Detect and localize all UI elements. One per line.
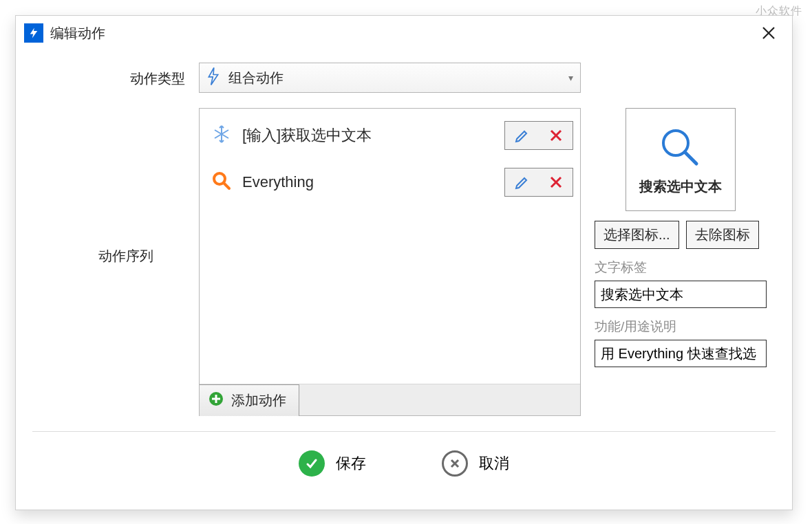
add-action-label: 添加动作 bbox=[231, 391, 286, 410]
snowflake-icon bbox=[211, 123, 233, 149]
dialog-title: 编辑动作 bbox=[50, 24, 105, 43]
save-label: 保存 bbox=[336, 453, 366, 474]
description-input[interactable] bbox=[595, 340, 767, 367]
dialog-footer: 保存 取消 bbox=[32, 432, 776, 495]
check-circle-icon bbox=[299, 450, 325, 477]
sequence-item[interactable]: [输入]获取选中文本 bbox=[200, 116, 580, 155]
remove-icon-button[interactable]: 去除图标 bbox=[686, 221, 759, 249]
cancel-button[interactable]: 取消 bbox=[442, 450, 509, 477]
action-sequence-panel: [输入]获取选中文本 bbox=[199, 108, 581, 416]
description-caption: 功能/用途说明 bbox=[595, 318, 767, 336]
titlebar: 编辑动作 bbox=[16, 16, 792, 50]
close-button[interactable] bbox=[752, 19, 785, 47]
sequence-item-label: [输入]获取选中文本 bbox=[242, 125, 504, 146]
app-icon bbox=[24, 23, 43, 43]
bolt-icon bbox=[206, 67, 220, 89]
sequence-item[interactable]: Everything bbox=[200, 162, 580, 202]
edit-action-dialog: 编辑动作 动作类型 组合动作 ▾ bbox=[15, 15, 793, 510]
delete-item-button[interactable] bbox=[539, 121, 573, 150]
action-type-label: 动作类型 bbox=[32, 63, 199, 94]
icon-preview: 搜索选中文本 bbox=[626, 108, 736, 211]
magnifier-icon bbox=[211, 170, 233, 195]
search-icon bbox=[656, 124, 705, 172]
text-label-input[interactable] bbox=[595, 281, 767, 308]
add-action-button[interactable]: 添加动作 bbox=[200, 384, 299, 416]
choose-icon-button[interactable]: 选择图标... bbox=[595, 221, 679, 249]
edit-item-button[interactable] bbox=[504, 168, 539, 197]
chevron-down-icon: ▾ bbox=[568, 72, 573, 83]
delete-item-button[interactable] bbox=[539, 168, 573, 197]
action-type-value: 组合动作 bbox=[228, 69, 284, 87]
action-type-dropdown[interactable]: 组合动作 ▾ bbox=[199, 63, 581, 93]
x-circle-icon bbox=[442, 450, 468, 477]
sequence-item-label: Everything bbox=[242, 173, 504, 191]
preview-text: 搜索选中文本 bbox=[639, 177, 722, 196]
save-button[interactable]: 保存 bbox=[299, 450, 366, 477]
cancel-label: 取消 bbox=[479, 453, 509, 474]
text-label-caption: 文字标签 bbox=[595, 259, 767, 276]
side-panel: 搜索选中文本 选择图标... 去除图标 文字标签 功能/用途说明 bbox=[581, 108, 767, 416]
edit-item-button[interactable] bbox=[504, 121, 539, 150]
action-sequence-label: 动作序列 bbox=[98, 247, 153, 265]
plus-circle-icon bbox=[208, 391, 224, 411]
